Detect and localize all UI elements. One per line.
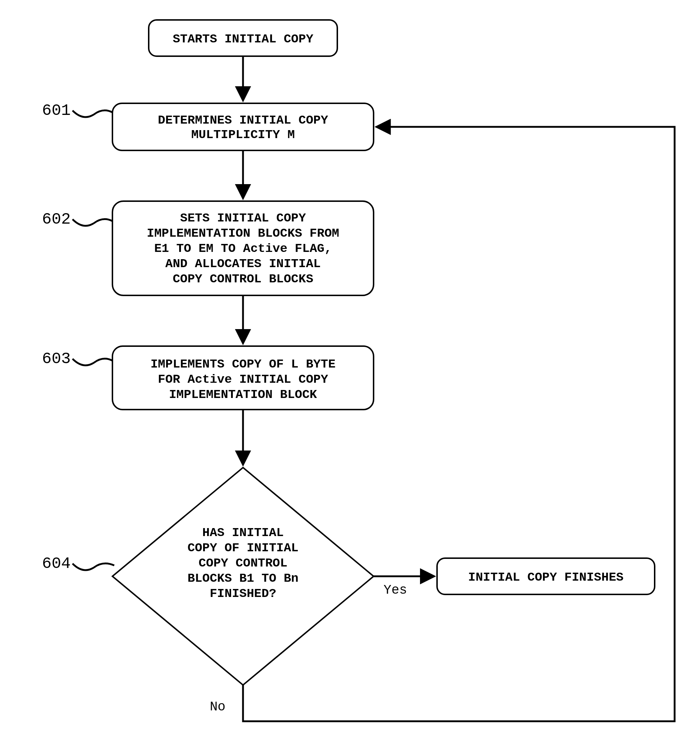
node-602-line0: SETS INITIAL COPY xyxy=(180,211,306,225)
node-finish-text: INITIAL COPY FINISHES xyxy=(468,570,623,584)
node-603-line0: IMPLEMENTS COPY OF L BYTE xyxy=(150,357,335,371)
edge-yes-label: Yes xyxy=(384,583,407,598)
node-602-line3: AND ALLOCATES INITIAL xyxy=(165,257,321,271)
label-602: 602 xyxy=(42,210,71,228)
node-601: DETERMINES INITIAL COPY MULTIPLICITY M xyxy=(112,103,374,150)
node-601-line0: DETERMINES INITIAL COPY xyxy=(158,113,328,127)
node-602-line4: COPY CONTROL BLOCKS xyxy=(173,272,314,286)
node-603: IMPLEMENTS COPY OF L BYTE FOR Active INI… xyxy=(112,346,374,410)
node-start: STARTS INITIAL COPY xyxy=(149,20,337,56)
label-601: 601 xyxy=(42,101,71,119)
node-604-line1: COPY OF INITIAL xyxy=(188,541,298,555)
node-602: SETS INITIAL COPY IMPLEMENTATION BLOCKS … xyxy=(112,201,374,295)
node-604-line3: BLOCKS B1 TO Bn xyxy=(188,572,298,585)
flowchart: STARTS INITIAL COPY DETERMINES INITIAL C… xyxy=(0,0,700,747)
leader-604 xyxy=(73,564,114,570)
node-604-line2: COPY CONTROL xyxy=(199,556,288,570)
node-602-line1: IMPLEMENTATION BLOCKS FROM xyxy=(147,227,339,240)
node-start-text: STARTS INITIAL COPY xyxy=(173,32,314,46)
leader-602 xyxy=(73,219,112,226)
node-finish: INITIAL COPY FINISHES xyxy=(437,558,655,594)
node-602-line2: E1 TO EM TO Active FLAG, xyxy=(154,242,332,256)
label-604: 604 xyxy=(42,555,71,573)
node-604: HAS INITIAL COPY OF INITIAL COPY CONTROL… xyxy=(112,467,374,685)
edge-no-label: No xyxy=(210,700,225,714)
leader-601 xyxy=(73,110,112,117)
node-604-line0: HAS INITIAL xyxy=(202,526,283,540)
node-601-line1: MULTIPLICITY M xyxy=(191,128,295,142)
node-603-line2: IMPLEMENTATION BLOCK xyxy=(169,388,317,402)
leader-603 xyxy=(73,359,112,365)
node-604-line4: FINISHED? xyxy=(210,587,276,600)
node-603-line1: FOR Active INITIAL COPY xyxy=(158,373,328,386)
label-603: 603 xyxy=(42,350,71,368)
